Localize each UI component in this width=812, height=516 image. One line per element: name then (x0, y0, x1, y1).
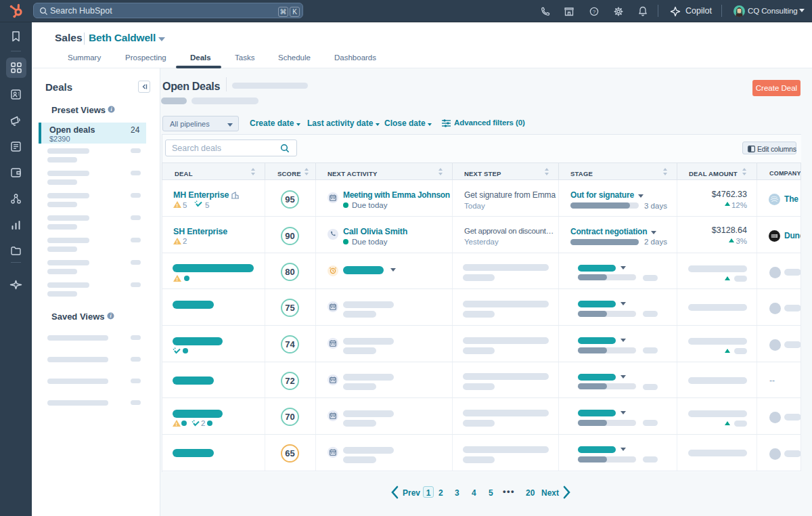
svg-text:?: ? (593, 9, 596, 15)
